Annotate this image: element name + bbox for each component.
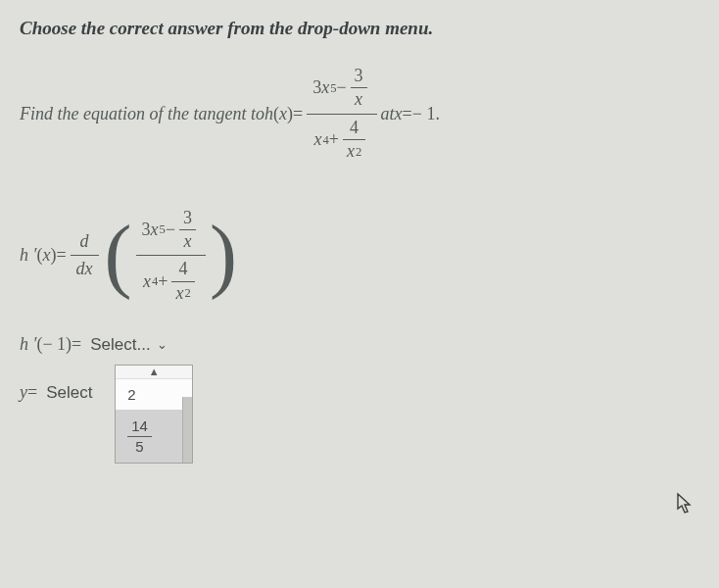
- big-paren-left: (: [105, 226, 132, 284]
- arg-x: x: [42, 245, 50, 266]
- dropdown-menu[interactable]: ▲ 2 14 5: [115, 365, 193, 464]
- coef-3: 3: [312, 76, 321, 99]
- n4b: 4: [175, 258, 192, 280]
- dropdown-scrollbar[interactable]: [182, 397, 192, 463]
- den-5: 5: [131, 437, 147, 457]
- menu-scroll-up-icon[interactable]: ▲: [116, 366, 192, 379]
- paren-group: ( 3 x 5 − 3 x x 4 + 4: [105, 205, 237, 308]
- y-label: y: [20, 382, 27, 403]
- plus-sign: +: [329, 128, 339, 151]
- select-h-prime-dropdown[interactable]: Select... ⌄: [90, 335, 167, 355]
- minus-sign-b: −: [166, 219, 175, 241]
- numerator: 3 x 5 − 3 x: [307, 63, 376, 114]
- inner-3-over-x-b: 3 x: [179, 207, 196, 254]
- inner-den-x: x: [351, 88, 366, 111]
- equals-sign: =: [293, 104, 303, 124]
- select-y-dropdown[interactable]: Select ▲ 2 14 5: [46, 382, 92, 403]
- num-14: 14: [127, 416, 152, 436]
- func-h: h: [264, 104, 273, 124]
- inner-den-x2: x 2: [343, 140, 365, 163]
- plus-b: +: [158, 270, 168, 293]
- arg-neg1: − 1: [42, 334, 66, 355]
- equals: =: [27, 382, 37, 403]
- problem-statement: Find the equation of the tangent to h ( …: [20, 63, 699, 166]
- var-xd2b: x: [175, 282, 183, 305]
- d-top: d: [74, 228, 95, 255]
- h-prime-label: h ′: [20, 245, 36, 266]
- chevron-down-icon: ⌄: [157, 337, 168, 352]
- inner-denominator: x 4 + 4 x 2: [137, 256, 205, 307]
- big-paren-right: ): [210, 226, 237, 284]
- func-arg-x: x: [279, 104, 287, 124]
- h-prime-eval-label: h ′: [20, 334, 36, 355]
- inner-den-x2b: x 2: [171, 282, 194, 305]
- neg-one: − 1: [412, 104, 436, 124]
- inner-frac-4-over-x2: 4 x 2: [343, 117, 365, 164]
- minus-sign: −: [336, 76, 346, 99]
- menu-item-14-over-5[interactable]: 14 5: [116, 410, 192, 463]
- select-label: Select...: [90, 335, 150, 355]
- main-fraction: 3 x 5 − 3 x x 4 + 4 x 2: [307, 63, 376, 166]
- h-prime-eval-row: h ′ ( − 1 ) = Select... ⌄: [20, 334, 699, 355]
- d-dx: d dx: [71, 228, 99, 283]
- inner-num-3: 3: [351, 65, 367, 87]
- period: .: [435, 104, 440, 124]
- d-bot: dx: [71, 256, 99, 282]
- menu-item-2[interactable]: 2: [116, 379, 192, 410]
- inner-numerator: 3 x 5 − 3 x: [136, 205, 206, 256]
- x-var: x: [395, 104, 403, 124]
- mouse-cursor-icon: [676, 492, 695, 521]
- eq2: =: [403, 104, 412, 124]
- inner-fraction: 3 x 5 − 3 x x 4 + 4 x: [136, 205, 206, 308]
- frac-14-5: 14 5: [127, 416, 152, 456]
- dxb: x: [180, 230, 196, 253]
- equals: =: [72, 334, 81, 355]
- denominator: x 4 + 4 x 2: [308, 115, 375, 166]
- var-x-d2: x: [347, 140, 355, 163]
- coef-3b: 3: [142, 219, 151, 241]
- inner-4-over-x2-b: 4 x 2: [171, 258, 194, 305]
- equals-sign: =: [56, 245, 66, 266]
- derivative-row: h ′ ( x ) = d dx ( 3 x 5 − 3 x x: [20, 205, 699, 308]
- select-y-trigger[interactable]: Select: [46, 383, 92, 402]
- problem-prefix: Find the equation of the tangent to: [20, 104, 264, 124]
- inner-num-4: 4: [346, 117, 362, 139]
- var-x: x: [321, 76, 329, 99]
- var-x-den: x: [313, 128, 321, 151]
- at-text: at: [381, 104, 395, 124]
- instruction-text: Choose the correct answer from the drop-…: [20, 18, 699, 39]
- var-xb: x: [151, 219, 159, 241]
- y-row: y = Select ▲ 2 14 5: [20, 382, 699, 403]
- var-x-den-b: x: [143, 270, 151, 293]
- inner-frac-3-over-x: 3 x: [351, 65, 367, 112]
- n3b: 3: [179, 207, 196, 229]
